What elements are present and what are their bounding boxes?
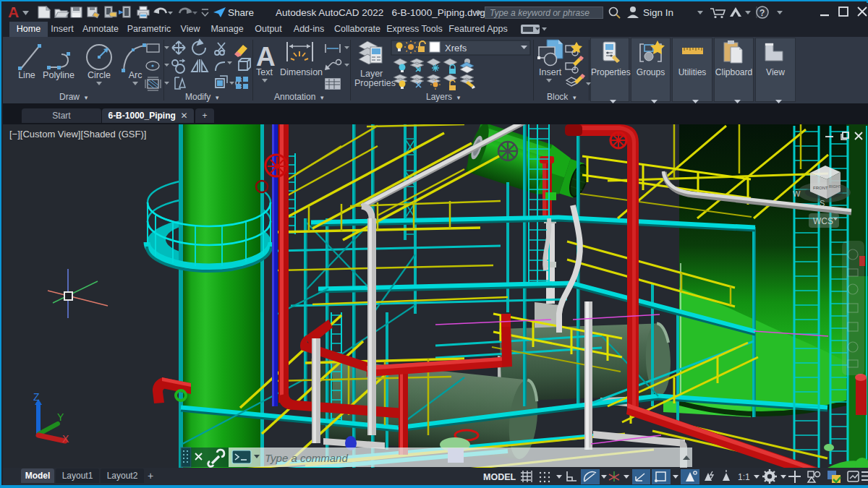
svg-text:Arc: Arc (129, 70, 142, 80)
svg-text:[−][Custom View][Shaded (GSF)]: [−][Custom View][Shaded (GSF)] (9, 129, 146, 140)
svg-text:Insert: Insert (539, 67, 562, 77)
svg-text:RIGHT: RIGHT (829, 184, 842, 189)
svg-text:Z: Z (33, 391, 40, 403)
svg-text:X: X (62, 433, 69, 445)
svg-text:WCS: WCS (813, 216, 833, 226)
svg-text:Properties: Properties (354, 78, 396, 88)
svg-text:Xrefs: Xrefs (445, 43, 467, 53)
svg-text:Circle: Circle (88, 70, 111, 80)
svg-text:Layer: Layer (360, 69, 383, 79)
svg-text:Polyline: Polyline (43, 70, 75, 80)
svg-text:?: ? (760, 8, 765, 18)
svg-text:Sign In: Sign In (643, 7, 673, 18)
svg-text:FRONT: FRONT (813, 186, 828, 190)
svg-text:Y: Y (57, 411, 64, 423)
svg-text:S: S (820, 199, 825, 207)
svg-text:A: A (8, 4, 19, 20)
svg-text:1:1: 1:1 (738, 472, 750, 482)
svg-text:Type a command: Type a command (265, 452, 348, 464)
svg-text:Text: Text (256, 67, 273, 77)
svg-text:W: W (793, 189, 801, 198)
svg-text:Line: Line (18, 70, 35, 80)
svg-text:Share: Share (228, 7, 254, 18)
svg-text:Dimension: Dimension (280, 67, 323, 77)
svg-text:MODEL: MODEL (483, 472, 516, 482)
